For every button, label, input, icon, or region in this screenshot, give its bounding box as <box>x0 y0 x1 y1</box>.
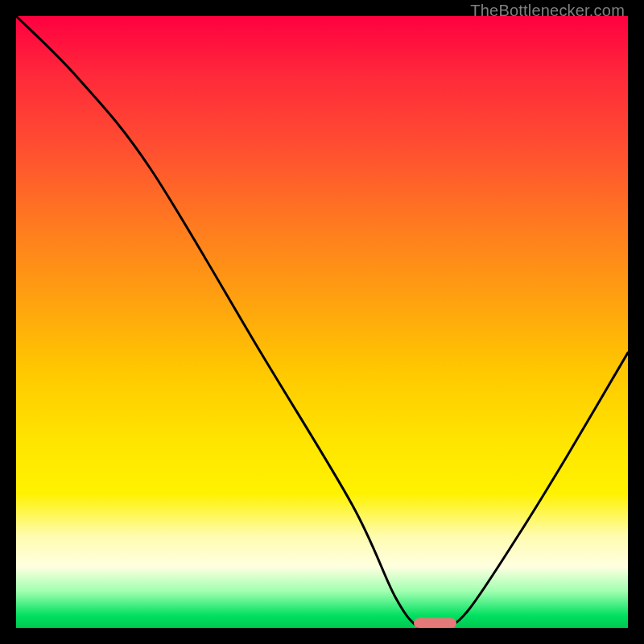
curve-svg <box>16 16 628 628</box>
chart-frame: TheBottlenecker.com <box>0 0 644 644</box>
optimal-range-marker <box>414 618 456 628</box>
bottleneck-curve-path <box>16 16 628 628</box>
plot-area <box>16 16 628 628</box>
